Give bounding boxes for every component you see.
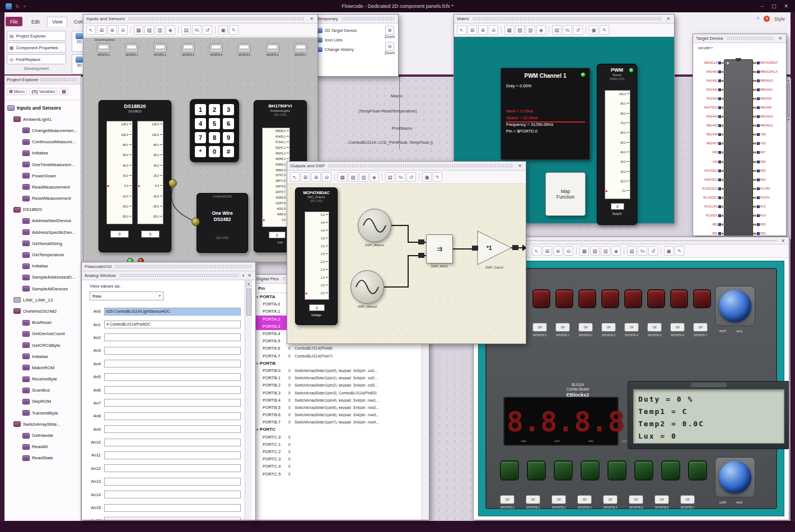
- chevron-down-icon[interactable]: ˅: [23, 4, 26, 9]
- align-icon[interactable]: ▥: [526, 25, 535, 35]
- pin-connector[interactable]: [757, 178, 760, 181]
- switch-unit[interactable]: SPORTA.4: [205, 43, 227, 57]
- toggle-switch[interactable]: Off: [500, 495, 515, 504]
- toggle-switch[interactable]: [294, 43, 307, 53]
- zoom-in-icon[interactable]: ⊕: [311, 172, 321, 182]
- pin-connector[interactable]: [757, 106, 760, 109]
- digital-pin-row[interactable]: PORTB.70 SwitchArraySlider1(pin7), keypa…: [254, 418, 429, 426]
- digital-pin-row[interactable]: PORTB.10 SwitchArraySlider1(pin1), keypa…: [254, 374, 429, 382]
- snapshot-icon[interactable]: ▣: [589, 25, 598, 35]
- dsp-wave1-component[interactable]: [358, 209, 391, 242]
- dac-component[interactable]: MCP47X6DAC DAC_Output1 (I2C CH1) 5.04.54…: [295, 187, 338, 325]
- analog-value-field[interactable]: [104, 386, 241, 394]
- pan-icon[interactable]: ⊞: [467, 25, 477, 35]
- align-icon[interactable]: ▥: [155, 25, 165, 35]
- snapshot-icon[interactable]: ▣: [218, 25, 228, 35]
- align-icon[interactable]: ▥: [601, 246, 610, 256]
- keypad-key-4[interactable]: 4: [195, 118, 206, 129]
- cursor-icon[interactable]: ↖: [290, 172, 300, 182]
- pin-connector[interactable]: [718, 142, 721, 145]
- titlebar-texture[interactable]: [328, 164, 513, 168]
- tree-item[interactable]: BusReset: [4, 317, 81, 328]
- pin-connector[interactable]: [757, 214, 760, 217]
- close-icon[interactable]: ✕: [308, 16, 315, 21]
- digital-pin-row[interactable]: PORTB.30 SwitchArraySlider1(pin3), Combo…: [254, 389, 429, 396]
- tree-item[interactable]: ContinuousMeasure...: [4, 136, 81, 148]
- view-option[interactable]: Icon Lists: [314, 35, 370, 45]
- tree-item[interactable]: OneWireDS2482: [4, 305, 81, 317]
- close-icon[interactable]: ✕: [777, 36, 783, 41]
- view-option[interactable]: Change History: [314, 45, 370, 54]
- toggle-switch[interactable]: Off: [647, 323, 662, 332]
- tree-item[interactable]: ScanBus: [4, 385, 81, 396]
- scroll-up-icon[interactable]: ▲: [245, 280, 252, 287]
- toggle-switch[interactable]: Off: [693, 323, 708, 332]
- pin-connector[interactable]: [757, 142, 760, 145]
- switch-unit[interactable]: OffSPORTB.3: [577, 495, 592, 509]
- close-button[interactable]: ✕: [784, 3, 788, 9]
- pin-connector[interactable]: [718, 62, 721, 64]
- switch-unit[interactable]: OffSPORTB.7: [680, 495, 695, 509]
- pin-connector[interactable]: [757, 115, 760, 118]
- anchor-icon[interactable]: ◈: [536, 25, 546, 35]
- titlebar-texture[interactable]: [727, 36, 774, 40]
- pin-connector[interactable]: [718, 232, 721, 235]
- cursor-icon[interactable]: ↖: [86, 25, 96, 35]
- refresh-icon[interactable]: ↻: [15, 3, 20, 10]
- analog-value-field[interactable]: 4 ComboBL0114/PotADC: [104, 321, 241, 328]
- zoom-control[interactable]: ⊖Zoom: [385, 42, 395, 55]
- tree-item[interactable]: ReadMeasurement: [4, 181, 81, 192]
- pin-connector[interactable]: [757, 133, 760, 136]
- maximize-button[interactable]: ▢: [771, 3, 777, 9]
- switch-unit[interactable]: OffSPORTA.5: [647, 323, 662, 337]
- analog-value-field[interactable]: [104, 333, 241, 341]
- zoom-control[interactable]: ⊕Zoom: [385, 26, 395, 39]
- toggle-switch[interactable]: Off: [555, 323, 570, 332]
- macro-button[interactable]: ⊞Macro: [7, 88, 27, 95]
- tree-item[interactable]: SampleAddressedD...: [4, 272, 81, 283]
- anchor-icon[interactable]: ◈: [611, 246, 621, 256]
- rotate-icon[interactable]: ↺: [648, 246, 658, 256]
- tree-item[interactable]: GetTemperature: [4, 249, 81, 260]
- switch-unit[interactable]: OffSPORTB.0: [500, 495, 515, 509]
- analog-value-field[interactable]: [104, 399, 241, 407]
- pin-connector[interactable]: [718, 106, 721, 109]
- edit-icon[interactable]: ✎: [229, 25, 238, 35]
- scrollbar-thumb[interactable]: [246, 289, 251, 316]
- chart-icon[interactable]: ▤: [181, 25, 191, 35]
- grid-icon[interactable]: ▦: [134, 25, 143, 35]
- close-icon[interactable]: ✕: [246, 273, 252, 278]
- tab-edit[interactable]: Edit: [27, 17, 44, 26]
- digital-pin-row[interactable]: PORTC.30: [254, 455, 429, 463]
- pin-connector[interactable]: [757, 187, 760, 190]
- pin-connector[interactable]: [718, 70, 721, 73]
- switch-unit[interactable]: OffSPORTB.4: [603, 495, 618, 509]
- pin-connector[interactable]: [757, 161, 760, 163]
- keypad-key-6[interactable]: 6: [223, 118, 234, 129]
- keypad-key-0[interactable]: 0: [209, 146, 220, 157]
- pin-connector[interactable]: [718, 178, 721, 181]
- toggle-switch[interactable]: Off: [532, 323, 547, 332]
- snap-icon[interactable]: ▧: [348, 172, 358, 182]
- titlebar-texture[interactable]: [473, 17, 662, 21]
- tool-button[interactable]: ▤: [59, 88, 68, 95]
- edit-icon[interactable]: ✎: [433, 172, 442, 182]
- digital-section-header[interactable]: ▾PORTB: [254, 360, 429, 367]
- digital-pin-row[interactable]: PORTA.70 ComboBL0114(PinA7): [254, 352, 429, 360]
- zoom-out-icon[interactable]: ⊖: [322, 172, 331, 182]
- toggle-switch[interactable]: [181, 43, 195, 53]
- vertical-scrollbar[interactable]: ▲: [245, 280, 252, 520]
- analog-value-field[interactable]: [104, 478, 241, 486]
- cursor-icon[interactable]: ↖: [532, 246, 541, 256]
- chip-view[interactable]: 16F18877 RE3/MCLRRA0/AN0RA1/AN1RA2/AN2RA…: [693, 44, 786, 236]
- toggle-switch[interactable]: Off: [624, 323, 639, 332]
- digital-pin-row[interactable]: PORTA.60 ComboBL0114(PinA6): [254, 345, 429, 352]
- tree-item[interactable]: LINK_LINK_13: [4, 294, 81, 305]
- onewire-ds2482-component[interactable]: OneWireDS2482 One Wire DS2482 (I2C CH1): [197, 193, 248, 253]
- pin-connector[interactable]: [718, 196, 721, 199]
- snap-icon[interactable]: ▧: [144, 25, 154, 35]
- tree-item[interactable]: DS18B20: [4, 204, 81, 215]
- analog-value-field[interactable]: 625 ComboBL0114/LightSensorADC: [104, 308, 241, 316]
- titlebar-texture[interactable]: [115, 265, 251, 269]
- tree-item[interactable]: AmbientLight1: [4, 114, 81, 125]
